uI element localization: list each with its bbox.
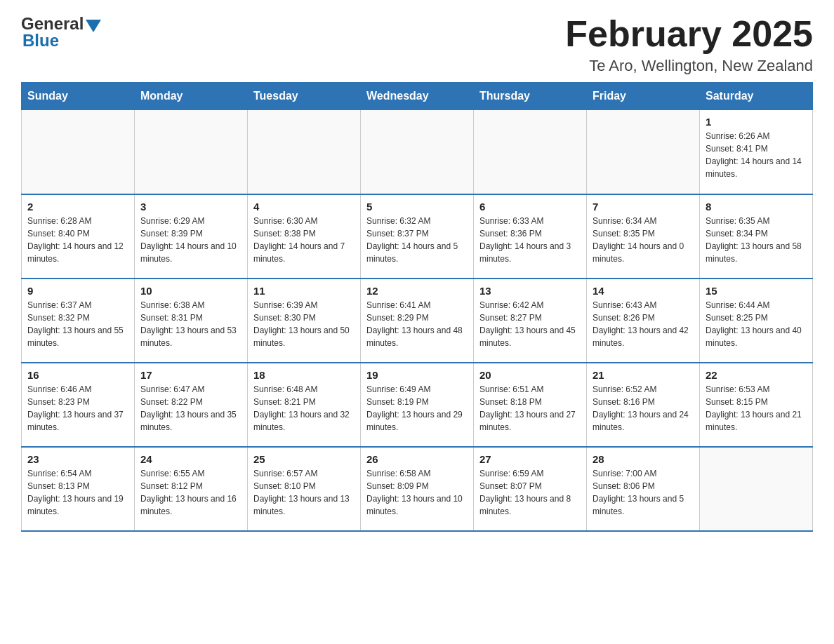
day-info: Sunrise: 6:57 AM Sunset: 8:10 PM Dayligh… [253,467,355,518]
day-number: 1 [706,116,807,128]
calendar-day-cell: 26Sunrise: 6:58 AM Sunset: 8:09 PM Dayli… [361,447,474,531]
calendar-day-cell: 22Sunrise: 6:53 AM Sunset: 8:15 PM Dayli… [700,363,813,447]
calendar-day-cell: 9Sunrise: 6:37 AM Sunset: 8:32 PM Daylig… [22,279,135,363]
calendar-table: SundayMondayTuesdayWednesdayThursdayFrid… [21,82,813,532]
day-number: 10 [140,285,241,297]
calendar-day-cell: 7Sunrise: 6:34 AM Sunset: 8:35 PM Daylig… [587,194,700,279]
day-info: Sunrise: 6:37 AM Sunset: 8:32 PM Dayligh… [27,299,128,349]
day-info: Sunrise: 6:39 AM Sunset: 8:30 PM Dayligh… [253,299,355,349]
calendar-day-cell [248,110,361,194]
day-number: 7 [593,201,694,213]
day-number: 19 [366,369,468,381]
month-title: February 2025 [565,14,813,54]
calendar-day-cell: 19Sunrise: 6:49 AM Sunset: 8:19 PM Dayli… [361,363,474,447]
calendar-day-cell: 20Sunrise: 6:51 AM Sunset: 8:18 PM Dayli… [474,363,587,447]
calendar-day-cell: 3Sunrise: 6:29 AM Sunset: 8:39 PM Daylig… [135,194,248,279]
day-number: 4 [253,201,355,213]
day-number: 15 [706,285,807,297]
day-number: 21 [593,369,694,381]
day-number: 28 [593,453,694,465]
day-of-week-header: Saturday [700,83,813,110]
day-number: 17 [140,369,241,381]
day-info: Sunrise: 6:44 AM Sunset: 8:25 PM Dayligh… [706,299,807,349]
calendar-body: 1Sunrise: 6:26 AM Sunset: 8:41 PM Daylig… [22,110,813,531]
day-of-week-header: Monday [135,83,248,110]
day-of-week-header: Thursday [474,83,587,110]
calendar-day-cell [22,110,135,194]
calendar-day-cell: 2Sunrise: 6:28 AM Sunset: 8:40 PM Daylig… [22,194,135,279]
day-number: 2 [27,201,128,213]
day-info: Sunrise: 6:47 AM Sunset: 8:22 PM Dayligh… [140,383,241,434]
day-of-week-header: Wednesday [361,83,474,110]
day-info: Sunrise: 6:49 AM Sunset: 8:19 PM Dayligh… [366,383,468,434]
calendar-day-cell: 15Sunrise: 6:44 AM Sunset: 8:25 PM Dayli… [700,279,813,363]
logo-triangle-icon [86,20,101,32]
logo-blue-text: Blue [22,31,59,51]
day-number: 27 [479,453,581,465]
calendar-day-cell: 28Sunrise: 7:00 AM Sunset: 8:06 PM Dayli… [587,447,700,531]
day-number: 16 [27,369,128,381]
location-subtitle: Te Aro, Wellington, New Zealand [565,57,813,75]
day-info: Sunrise: 6:42 AM Sunset: 8:27 PM Dayligh… [479,299,581,349]
day-number: 11 [253,285,355,297]
day-number: 6 [479,201,581,213]
day-number: 20 [479,369,581,381]
calendar-day-cell: 24Sunrise: 6:55 AM Sunset: 8:12 PM Dayli… [135,447,248,531]
day-info: Sunrise: 6:34 AM Sunset: 8:35 PM Dayligh… [593,215,694,265]
calendar-day-cell [361,110,474,194]
calendar-day-cell: 5Sunrise: 6:32 AM Sunset: 8:37 PM Daylig… [361,194,474,279]
day-info: Sunrise: 6:55 AM Sunset: 8:12 PM Dayligh… [140,467,241,518]
calendar-day-cell: 6Sunrise: 6:33 AM Sunset: 8:36 PM Daylig… [474,194,587,279]
day-info: Sunrise: 6:48 AM Sunset: 8:21 PM Dayligh… [253,383,355,434]
calendar-day-cell [474,110,587,194]
day-number: 12 [366,285,468,297]
day-number: 9 [27,285,128,297]
page-header: General Blue February 2025 Te Aro, Welli… [21,14,813,75]
calendar-day-cell: 21Sunrise: 6:52 AM Sunset: 8:16 PM Dayli… [587,363,700,447]
day-number: 25 [253,453,355,465]
day-info: Sunrise: 6:51 AM Sunset: 8:18 PM Dayligh… [479,383,581,434]
day-number: 8 [706,201,807,213]
calendar-day-cell: 23Sunrise: 6:54 AM Sunset: 8:13 PM Dayli… [22,447,135,531]
day-info: Sunrise: 6:54 AM Sunset: 8:13 PM Dayligh… [27,467,128,518]
day-number: 18 [253,369,355,381]
day-info: Sunrise: 6:59 AM Sunset: 8:07 PM Dayligh… [479,467,581,518]
day-info: Sunrise: 6:53 AM Sunset: 8:15 PM Dayligh… [706,383,807,434]
calendar-day-cell: 10Sunrise: 6:38 AM Sunset: 8:31 PM Dayli… [135,279,248,363]
day-of-week-header: Friday [587,83,700,110]
day-info: Sunrise: 6:43 AM Sunset: 8:26 PM Dayligh… [593,299,694,349]
day-info: Sunrise: 6:32 AM Sunset: 8:37 PM Dayligh… [366,215,468,265]
calendar-day-cell [700,447,813,531]
day-info: Sunrise: 6:30 AM Sunset: 8:38 PM Dayligh… [253,215,355,265]
calendar-day-cell [587,110,700,194]
day-number: 22 [706,369,807,381]
day-info: Sunrise: 6:58 AM Sunset: 8:09 PM Dayligh… [366,467,468,518]
day-info: Sunrise: 6:52 AM Sunset: 8:16 PM Dayligh… [593,383,694,434]
days-header-row: SundayMondayTuesdayWednesdayThursdayFrid… [22,83,813,110]
calendar-day-cell: 18Sunrise: 6:48 AM Sunset: 8:21 PM Dayli… [248,363,361,447]
calendar-week-row: 2Sunrise: 6:28 AM Sunset: 8:40 PM Daylig… [22,194,813,279]
day-info: Sunrise: 6:41 AM Sunset: 8:29 PM Dayligh… [366,299,468,349]
day-info: Sunrise: 6:28 AM Sunset: 8:40 PM Dayligh… [27,215,128,265]
calendar-week-row: 9Sunrise: 6:37 AM Sunset: 8:32 PM Daylig… [22,279,813,363]
calendar-day-cell: 1Sunrise: 6:26 AM Sunset: 8:41 PM Daylig… [700,110,813,194]
day-info: Sunrise: 6:46 AM Sunset: 8:23 PM Dayligh… [27,383,128,434]
calendar-day-cell: 12Sunrise: 6:41 AM Sunset: 8:29 PM Dayli… [361,279,474,363]
calendar-day-cell: 8Sunrise: 6:35 AM Sunset: 8:34 PM Daylig… [700,194,813,279]
day-info: Sunrise: 6:35 AM Sunset: 8:34 PM Dayligh… [706,215,807,265]
day-number: 14 [593,285,694,297]
calendar-week-row: 23Sunrise: 6:54 AM Sunset: 8:13 PM Dayli… [22,447,813,531]
calendar-header: SundayMondayTuesdayWednesdayThursdayFrid… [22,83,813,110]
day-of-week-header: Tuesday [248,83,361,110]
day-info: Sunrise: 6:33 AM Sunset: 8:36 PM Dayligh… [479,215,581,265]
calendar-day-cell: 25Sunrise: 6:57 AM Sunset: 8:10 PM Dayli… [248,447,361,531]
day-number: 24 [140,453,241,465]
calendar-week-row: 1Sunrise: 6:26 AM Sunset: 8:41 PM Daylig… [22,110,813,194]
calendar-day-cell: 14Sunrise: 6:43 AM Sunset: 8:26 PM Dayli… [587,279,700,363]
day-of-week-header: Sunday [22,83,135,110]
calendar-day-cell: 17Sunrise: 6:47 AM Sunset: 8:22 PM Dayli… [135,363,248,447]
day-number: 3 [140,201,241,213]
calendar-day-cell: 4Sunrise: 6:30 AM Sunset: 8:38 PM Daylig… [248,194,361,279]
day-number: 5 [366,201,468,213]
calendar-day-cell: 13Sunrise: 6:42 AM Sunset: 8:27 PM Dayli… [474,279,587,363]
